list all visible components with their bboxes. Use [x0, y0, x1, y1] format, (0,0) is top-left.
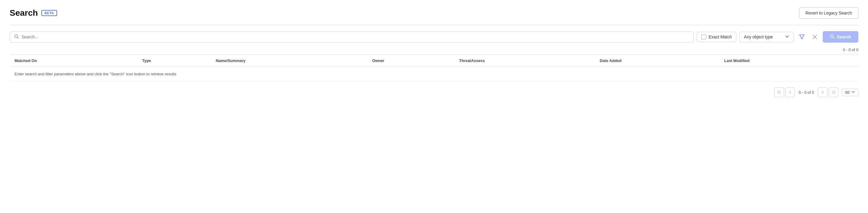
table-header: Matched On Type Name/Summary Owner Threa…	[10, 55, 858, 67]
pagination-last-button[interactable]	[829, 87, 838, 97]
search-row: Exact Match Any object type	[10, 31, 858, 43]
pagination-first-button[interactable]	[774, 87, 784, 97]
col-threat-assess: ThreatAssess	[454, 55, 595, 67]
col-owner: Owner	[367, 55, 454, 67]
revert-legacy-button[interactable]: Revert to Legacy Search	[799, 7, 858, 19]
col-date-added: Date Added	[595, 55, 719, 67]
header: Search BETA Revert to Legacy Search	[10, 7, 858, 19]
svg-marker-2	[800, 35, 804, 39]
search-input[interactable]	[22, 34, 689, 39]
object-type-dropdown[interactable]: Any object type	[739, 32, 794, 42]
col-last-modified: Last Modified	[719, 55, 858, 67]
svg-line-6	[833, 37, 834, 38]
per-page-value: 50	[845, 90, 849, 95]
search-icon	[14, 34, 19, 40]
search-btn-icon	[830, 34, 835, 39]
results-count-value: 0 - 0 of 0	[843, 48, 858, 52]
page-title: Search	[10, 8, 38, 18]
per-page-chevron	[851, 90, 855, 95]
search-button[interactable]: Search	[823, 31, 858, 43]
svg-line-1	[18, 37, 19, 38]
exact-match-text: Exact Match	[709, 34, 732, 39]
beta-badge: BETA	[41, 10, 57, 16]
exact-match-label[interactable]: Exact Match	[697, 32, 736, 42]
exact-match-checkbox[interactable]	[701, 34, 706, 39]
filter-button[interactable]	[797, 32, 807, 42]
pagination-prev-button[interactable]	[785, 87, 795, 97]
results-count: 0 - 0 of 0	[10, 48, 858, 52]
empty-message: Enter search and filter parameters above…	[10, 67, 858, 81]
search-btn-label: Search	[837, 34, 851, 39]
object-type-value: Any object type	[744, 34, 782, 39]
chevron-down-icon	[785, 34, 789, 39]
header-divider	[10, 25, 858, 25]
search-input-wrapper	[10, 31, 694, 43]
pagination-row: 0 - 0 of 0 50	[10, 85, 858, 100]
table-header-row: Matched On Type Name/Summary Owner Threa…	[10, 55, 858, 67]
results-table: Matched On Type Name/Summary Owner Threa…	[10, 54, 858, 81]
table-body: Enter search and filter parameters above…	[10, 67, 858, 81]
per-page-dropdown[interactable]: 50	[842, 89, 858, 96]
header-left: Search BETA	[10, 8, 57, 18]
pagination-range: 0 - 0 of 0	[799, 90, 814, 95]
table-row: Enter search and filter parameters above…	[10, 67, 858, 81]
clear-button[interactable]	[810, 32, 820, 42]
col-matched-on: Matched On	[10, 55, 137, 67]
page-container: Search BETA Revert to Legacy Search Exac…	[0, 0, 868, 213]
col-type: Type	[137, 55, 211, 67]
pagination-next-button[interactable]	[818, 87, 828, 97]
col-name-summary: Name/Summary	[211, 55, 368, 67]
